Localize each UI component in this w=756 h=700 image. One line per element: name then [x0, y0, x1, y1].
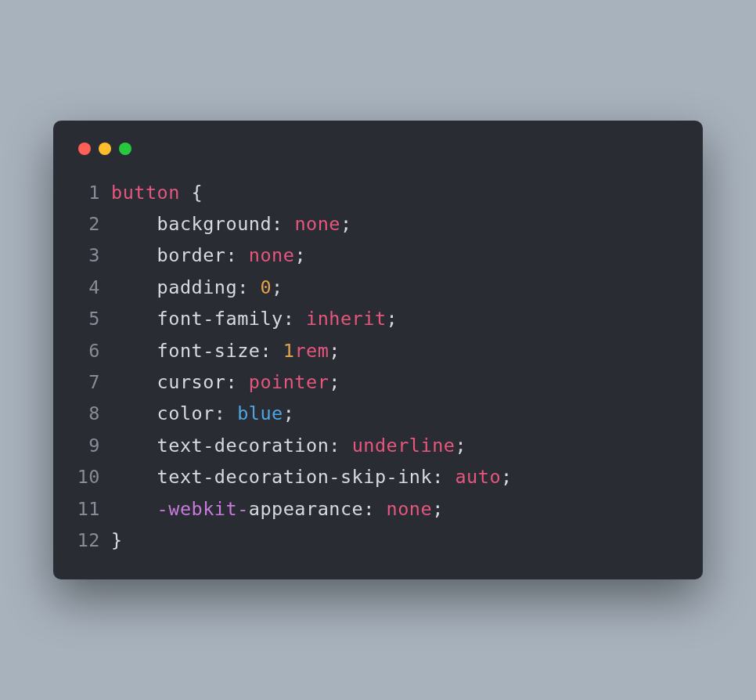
token-prop: border [157, 244, 226, 266]
code-line: 12} [77, 525, 679, 556]
line-number: 3 [77, 240, 111, 271]
token-prop: appearance [249, 498, 363, 520]
line-number: 1 [77, 177, 111, 208]
line-content: color: blue; [111, 398, 679, 429]
line-number: 12 [77, 525, 111, 556]
code-editor: 1button {2 background: none;3 border: no… [77, 177, 679, 557]
line-content: -webkit-appearance: none; [111, 493, 679, 525]
token-prop: font-size [157, 340, 261, 362]
token-punct: { [180, 182, 203, 204]
line-number: 7 [77, 366, 111, 398]
token-prop: text-decoration [157, 435, 329, 456]
token-num: 1 [283, 340, 295, 362]
token-indent [111, 308, 157, 330]
token-kw: none [294, 213, 340, 235]
token-punct: } [111, 529, 123, 551]
token-kw: pointer [249, 371, 329, 393]
token-num: 0 [260, 276, 272, 298]
token-indent [111, 498, 157, 520]
code-line: 1button { [77, 177, 679, 208]
code-line: 11 -webkit-appearance: none; [77, 493, 679, 525]
token-punct: ; [455, 435, 466, 456]
token-prop: padding [157, 276, 238, 298]
token-punct: : [329, 435, 351, 456]
code-line: 3 border: none; [77, 240, 679, 271]
code-line: 8 color: blue; [77, 398, 679, 429]
line-content: font-family: inherit; [111, 303, 679, 334]
token-punct: : [432, 466, 455, 488]
line-number: 10 [77, 461, 111, 493]
line-content: border: none; [111, 240, 679, 271]
token-indent [111, 276, 157, 298]
maximize-icon[interactable] [119, 143, 131, 155]
line-content: cursor: pointer; [111, 366, 679, 398]
token-punct: : [363, 498, 386, 520]
token-selector: button [111, 182, 180, 204]
token-indent [111, 371, 157, 393]
line-content: } [111, 525, 679, 556]
line-number: 6 [77, 335, 111, 366]
token-prop: background [157, 213, 272, 235]
token-punct: ; [283, 402, 295, 424]
token-kw: inherit [306, 308, 387, 330]
token-indent [111, 213, 157, 235]
token-punct: ; [387, 308, 398, 330]
token-punct: ; [329, 371, 340, 393]
line-number: 8 [77, 398, 111, 429]
token-prefix: -webkit- [157, 498, 249, 520]
code-line: 4 padding: 0; [77, 272, 679, 303]
token-punct: ; [272, 276, 283, 298]
line-number: 5 [77, 303, 111, 334]
code-line: 2 background: none; [77, 208, 679, 240]
token-punct: : [237, 276, 260, 298]
token-indent [111, 466, 157, 488]
token-prop: text-decoration-skip-ink [157, 466, 433, 488]
close-icon[interactable] [78, 143, 91, 155]
code-line: 6 font-size: 1rem; [77, 335, 679, 366]
token-prop: color [157, 402, 214, 424]
line-number: 2 [77, 208, 111, 240]
token-punct: : [214, 402, 237, 424]
token-kw: none [387, 498, 433, 520]
line-number: 9 [77, 430, 111, 461]
token-punct: ; [294, 244, 306, 266]
token-punct: ; [432, 498, 444, 520]
token-kw: underline [352, 435, 455, 456]
code-line: 10 text-decoration-skip-ink: auto; [77, 461, 679, 493]
code-line: 7 cursor: pointer; [77, 366, 679, 398]
token-indent [111, 435, 157, 456]
token-prop: cursor [157, 371, 226, 393]
line-number: 4 [77, 272, 111, 303]
token-punct: : [260, 340, 283, 362]
token-punct: ; [340, 213, 352, 235]
token-ident: blue [237, 402, 283, 424]
token-kw: none [249, 244, 295, 266]
line-content: padding: 0; [111, 272, 679, 303]
token-punct: ; [329, 340, 340, 362]
line-content: font-size: 1rem; [111, 335, 679, 366]
token-punct: : [283, 308, 306, 330]
minimize-icon[interactable] [99, 143, 111, 155]
token-punct: : [272, 213, 294, 235]
token-punct: ; [501, 466, 513, 488]
window-titlebar [77, 139, 679, 177]
line-number: 11 [77, 493, 111, 525]
line-content: text-decoration: underline; [111, 430, 679, 461]
token-indent [111, 244, 157, 266]
code-window: 1button {2 background: none;3 border: no… [53, 121, 703, 580]
token-prop: font-family [157, 308, 283, 330]
token-indent [111, 340, 157, 362]
token-indent [111, 402, 157, 424]
token-kw: auto [455, 466, 501, 488]
line-content: button { [111, 177, 679, 208]
code-line: 9 text-decoration: underline; [77, 430, 679, 461]
token-unit: rem [294, 340, 329, 362]
line-content: background: none; [111, 208, 679, 240]
token-punct: : [225, 244, 248, 266]
line-content: text-decoration-skip-ink: auto; [111, 461, 679, 493]
code-line: 5 font-family: inherit; [77, 303, 679, 334]
token-punct: : [225, 371, 248, 393]
